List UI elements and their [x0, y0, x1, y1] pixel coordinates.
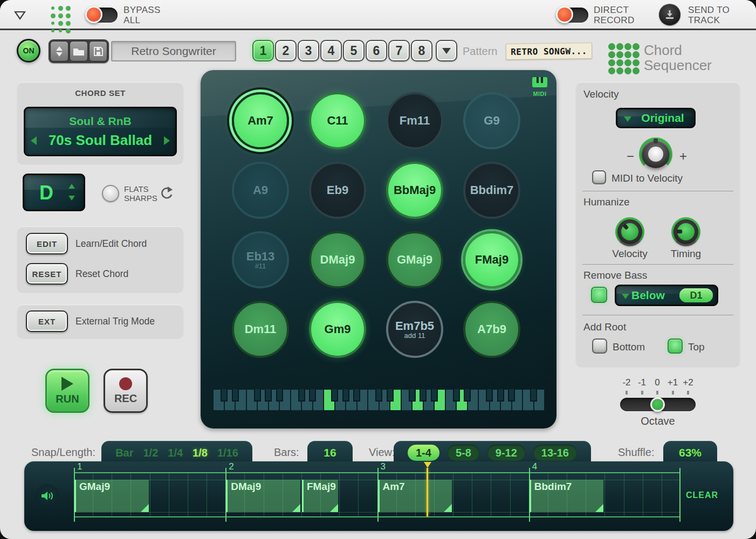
remove-bass-checkbox[interactable]	[591, 287, 607, 303]
pattern-button-4[interactable]: 4	[320, 40, 342, 61]
block-resize-handle[interactable]	[330, 504, 338, 512]
snap-option-Bar[interactable]: Bar	[115, 447, 133, 459]
chord-pad-C11[interactable]: C11	[309, 92, 366, 149]
bypass-all-toggle[interactable]	[86, 8, 118, 23]
flats-sharps-button[interactable]	[102, 185, 119, 202]
piano-black-key[interactable]	[353, 389, 360, 402]
run-button[interactable]: RUN	[45, 369, 90, 413]
piano-black-key[interactable]	[342, 389, 349, 402]
piano-black-key[interactable]	[464, 389, 471, 402]
menu-triangle-icon[interactable]	[14, 11, 26, 22]
block-resize-handle[interactable]	[141, 504, 149, 512]
piano-black-key[interactable]	[420, 389, 427, 402]
view-range-13-16[interactable]: 13-16	[533, 445, 577, 461]
reset-button[interactable]: RESET	[26, 263, 68, 285]
send-to-track-button[interactable]	[659, 4, 681, 25]
next-preset-arrow-icon[interactable]	[164, 136, 170, 145]
piano-black-key[interactable]	[298, 389, 305, 402]
snap-option-1-2[interactable]: 1/2	[143, 447, 158, 459]
chord-pad-Eb13[interactable]: Eb13#11	[232, 231, 289, 288]
key-up-icon[interactable]	[68, 184, 75, 189]
piano-black-key[interactable]	[232, 389, 239, 402]
clear-button[interactable]: CLEAR	[686, 490, 718, 500]
edit-button[interactable]: EDIT	[26, 233, 68, 254]
piano-black-key[interactable]	[387, 389, 394, 402]
prev-preset-arrow-icon[interactable]	[31, 136, 37, 145]
piano-black-key[interactable]	[331, 389, 338, 402]
pattern-button-5[interactable]: 5	[343, 40, 365, 61]
on-button[interactable]: ON	[17, 39, 40, 63]
snap-option-1-8[interactable]: 1/8	[193, 447, 208, 459]
piano-black-key[interactable]	[453, 389, 460, 402]
ext-button[interactable]: EXT	[26, 310, 68, 332]
piano-black-key[interactable]	[530, 389, 537, 402]
velocity-knob[interactable]	[639, 137, 672, 171]
pattern-button-1[interactable]: 1	[252, 40, 274, 61]
remove-bass-note-pill[interactable]: D1	[679, 288, 713, 302]
remove-bass-display[interactable]: Below D1	[615, 285, 718, 306]
preset-spinner-button[interactable]	[50, 41, 68, 61]
chord-pad-A7b9[interactable]: A7b9	[463, 301, 520, 358]
timeline-chord-block-Bbdim7[interactable]: Bbdim7	[530, 480, 604, 512]
audition-button[interactable]	[36, 484, 59, 508]
chord-pad-BbMaj9[interactable]: BbMaj9	[386, 162, 443, 219]
cycle-arrow-icon[interactable]	[159, 185, 174, 203]
chord-pad-A9[interactable]: A9	[232, 162, 289, 219]
piano-black-key[interactable]	[409, 389, 416, 402]
pattern-button-3[interactable]: 3	[298, 40, 319, 61]
save-preset-button[interactable]	[89, 41, 107, 61]
timeline-chord-block-FMaj9[interactable]: FMaj9	[302, 480, 338, 512]
preset-name-field[interactable]: Retro Songwriter	[111, 41, 236, 61]
add-root-bottom-checkbox[interactable]	[592, 338, 607, 354]
chord-pad-Eb9[interactable]: Eb9	[309, 162, 366, 219]
pattern-name-display[interactable]: RETRO SONGW...	[506, 43, 592, 60]
piano-black-key[interactable]	[254, 389, 261, 402]
piano-black-key[interactable]	[309, 389, 316, 402]
snap-option-1-16[interactable]: 1/16	[217, 447, 238, 459]
playhead-line[interactable]	[427, 468, 428, 516]
octave-slider-knob[interactable]	[650, 397, 665, 412]
piano-black-key[interactable]	[508, 389, 515, 402]
timeline-chord-block-GMaj9[interactable]: GMaj9	[74, 480, 149, 512]
add-root-top-checkbox[interactable]	[668, 338, 683, 354]
block-resize-handle[interactable]	[595, 504, 603, 512]
chord-pad-Am7[interactable]: Am7	[232, 92, 289, 149]
chord-pad-Fm11[interactable]: Fm11	[386, 92, 443, 149]
piano-black-key[interactable]	[276, 389, 283, 402]
velocity-mode-display[interactable]: Original	[616, 108, 696, 128]
chord-pad-G9[interactable]: G9	[463, 92, 520, 149]
piano-black-key[interactable]	[375, 389, 382, 402]
pattern-button-6[interactable]: 6	[366, 40, 387, 61]
chord-pad-Dm11[interactable]: Dm11	[232, 301, 289, 358]
chord-pad-Gm9[interactable]: Gm9	[309, 301, 366, 358]
pattern-dropdown-button[interactable]	[436, 40, 457, 61]
direct-record-toggle[interactable]	[557, 8, 588, 23]
timeline-grid[interactable]: 1234GMaj9DMaj9FMaj9Am7Bbdim7	[74, 472, 681, 517]
piano-black-key[interactable]	[431, 389, 438, 402]
rec-button[interactable]: REC	[104, 369, 148, 413]
chord-pad-Bbdim7[interactable]: Bbdim7	[463, 162, 520, 219]
snap-option-1-4[interactable]: 1/4	[168, 447, 183, 459]
piano-black-key[interactable]	[497, 389, 504, 402]
open-preset-button[interactable]	[70, 41, 88, 61]
playhead-marker-icon[interactable]	[424, 462, 431, 468]
pattern-button-8[interactable]: 8	[411, 40, 432, 61]
piano-black-key[interactable]	[265, 389, 272, 402]
timeline-chord-block-Am7[interactable]: Am7	[378, 480, 452, 512]
block-resize-handle[interactable]	[444, 504, 452, 512]
key-selector-display[interactable]: D	[23, 174, 85, 211]
piano-black-key[interactable]	[221, 389, 228, 402]
pattern-button-7[interactable]: 7	[388, 40, 410, 61]
view-range-9-12[interactable]: 9-12	[487, 445, 525, 461]
timeline-chord-block-DMaj9[interactable]: DMaj9	[226, 480, 300, 512]
chord-pad-GMaj9[interactable]: GMaj9	[386, 231, 443, 288]
midi-to-velocity-checkbox[interactable]	[592, 170, 606, 184]
humanize-timing-knob[interactable]	[671, 217, 700, 246]
key-down-icon[interactable]	[68, 196, 75, 201]
chord-pad-DMaj9[interactable]: DMaj9	[309, 231, 366, 288]
chord-pad-FMaj9[interactable]: FMaj9	[463, 231, 520, 288]
view-range-5-8[interactable]: 5-8	[448, 445, 479, 461]
block-resize-handle[interactable]	[292, 504, 300, 512]
piano-black-key[interactable]	[486, 389, 493, 402]
view-range-1-4[interactable]: 1-4	[408, 445, 439, 461]
